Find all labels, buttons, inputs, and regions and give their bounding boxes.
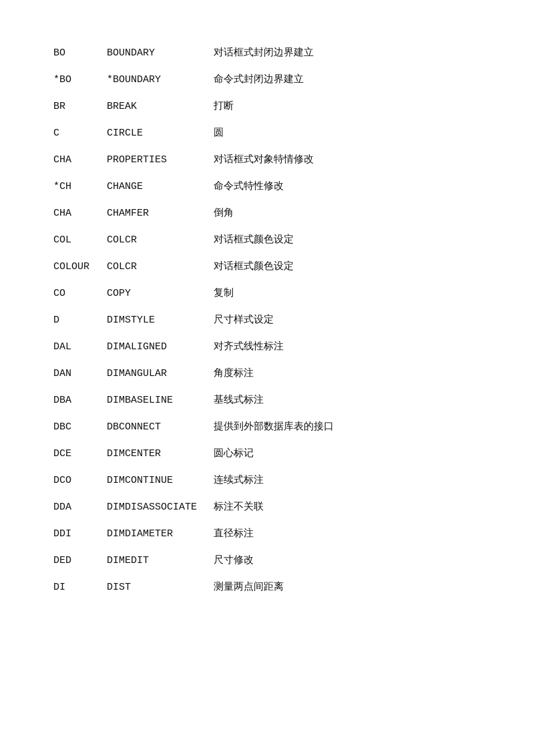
cmd-name: *BOUNDARY [107, 72, 214, 88]
table-row: DEDDIMEDIT尺寸修改 [53, 548, 481, 574]
cmd-desc: 对话框式封闭边界建立 [214, 45, 314, 61]
table-row: DANDIMANGULAR角度标注 [53, 361, 481, 387]
cmd-alias: DBA [53, 393, 107, 409]
cmd-alias: DED [53, 553, 107, 569]
cmd-alias: DCE [53, 446, 107, 462]
table-row: COCOPY复制 [53, 280, 481, 307]
cmd-desc: 测量两点间距离 [214, 580, 284, 596]
table-row: BRBREAK打断 [53, 93, 481, 120]
cmd-desc: 圆心标记 [214, 446, 254, 462]
table-row: DDIMSTYLE尺寸样式设定 [53, 307, 481, 334]
cmd-desc: 对话框式颜色设定 [214, 259, 294, 275]
cmd-alias: DAL [53, 339, 107, 355]
cmd-alias: DBC [53, 419, 107, 435]
cmd-desc: 提供到外部数据库表的接口 [214, 419, 334, 435]
cmd-name: DIMBASELINE [107, 393, 214, 409]
table-row: CHAPROPERTIES对话框式对象特情修改 [53, 147, 481, 174]
cmd-desc: 角度标注 [214, 366, 254, 382]
cmd-alias: *CH [53, 179, 107, 195]
cmd-alias: COLOUR [53, 259, 107, 275]
cmd-alias: DDA [53, 500, 107, 516]
table-row: COLCOLCR对话框式颜色设定 [53, 227, 481, 254]
cmd-alias: DAN [53, 366, 107, 382]
cmd-name: DIMEDIT [107, 553, 214, 569]
table-row: DCEDIMCENTER圆心标记 [53, 441, 481, 467]
cmd-desc: 对话框式颜色设定 [214, 232, 294, 248]
cmd-desc: 连续式标注 [214, 473, 264, 489]
table-row: DCODIMCONTINUE连续式标注 [53, 467, 481, 494]
cmd-desc: 尺寸修改 [214, 553, 254, 569]
cmd-name: DIMCONTINUE [107, 473, 214, 489]
table-row: DIDIST测量两点间距离 [53, 574, 481, 601]
cmd-name: DBCONNECT [107, 419, 214, 435]
cmd-desc: 命令式封闭边界建立 [214, 72, 304, 88]
table-row: DDADIMDISASSOCIATE标注不关联 [53, 494, 481, 521]
table-row: DBADIMBASELINE基线式标注 [53, 387, 481, 414]
cmd-alias: CHA [53, 152, 107, 168]
cmd-name: COLCR [107, 232, 214, 248]
table-row: CHACHAMFER倒角 [53, 200, 481, 227]
cmd-name: DIMDIAMETER [107, 526, 214, 542]
table-row: COLOURCOLCR对话框式颜色设定 [53, 254, 481, 280]
cmd-name: DIMANGULAR [107, 366, 214, 382]
cmd-desc: 标注不关联 [214, 500, 264, 516]
table-row: DBCDBCONNECT提供到外部数据库表的接口 [53, 414, 481, 441]
cmd-desc: 尺寸样式设定 [214, 313, 274, 329]
cmd-alias: COL [53, 232, 107, 248]
cmd-alias: C [53, 126, 107, 142]
cmd-name: CHANGE [107, 179, 214, 195]
cmd-alias: CHA [53, 206, 107, 222]
cmd-name: DIMALIGNED [107, 339, 214, 355]
cmd-desc: 复制 [214, 286, 234, 302]
table-row: BOBOUNDARY对话框式封闭边界建立 [53, 40, 481, 67]
cmd-name: CHAMFER [107, 206, 214, 222]
cmd-name: DIST [107, 580, 214, 596]
cmd-name: BREAK [107, 99, 214, 115]
cmd-alias: DDI [53, 526, 107, 542]
table-row: DDIDIMDIAMETER直径标注 [53, 521, 481, 548]
cmd-desc: 圆 [214, 126, 224, 142]
table-row: *CHCHANGE命令式特性修改 [53, 174, 481, 200]
cmd-alias: BO [53, 45, 107, 61]
cmd-desc: 直径标注 [214, 526, 254, 542]
cmd-alias: CO [53, 286, 107, 302]
command-list: BOBOUNDARY对话框式封闭边界建立*BO*BOUNDARY命令式封闭边界建… [53, 40, 481, 601]
cmd-name: DIMCENTER [107, 446, 214, 462]
table-row: DALDIMALIGNED对齐式线性标注 [53, 334, 481, 361]
cmd-alias: DCO [53, 473, 107, 489]
cmd-name: BOUNDARY [107, 45, 214, 61]
cmd-name: CIRCLE [107, 126, 214, 142]
cmd-alias: DI [53, 580, 107, 596]
cmd-name: PROPERTIES [107, 152, 214, 168]
table-row: *BO*BOUNDARY命令式封闭边界建立 [53, 67, 481, 93]
cmd-alias: D [53, 313, 107, 329]
cmd-desc: 基线式标注 [214, 393, 264, 409]
cmd-name: DIMSTYLE [107, 313, 214, 329]
table-row: CCIRCLE圆 [53, 120, 481, 147]
cmd-desc: 命令式特性修改 [214, 179, 284, 195]
cmd-alias: *BO [53, 72, 107, 88]
cmd-name: COLCR [107, 259, 214, 275]
cmd-desc: 对话框式对象特情修改 [214, 152, 314, 168]
cmd-desc: 倒角 [214, 206, 234, 222]
cmd-desc: 打断 [214, 99, 234, 115]
cmd-name: DIMDISASSOCIATE [107, 500, 214, 516]
cmd-name: COPY [107, 286, 214, 302]
cmd-desc: 对齐式线性标注 [214, 339, 284, 355]
cmd-alias: BR [53, 99, 107, 115]
